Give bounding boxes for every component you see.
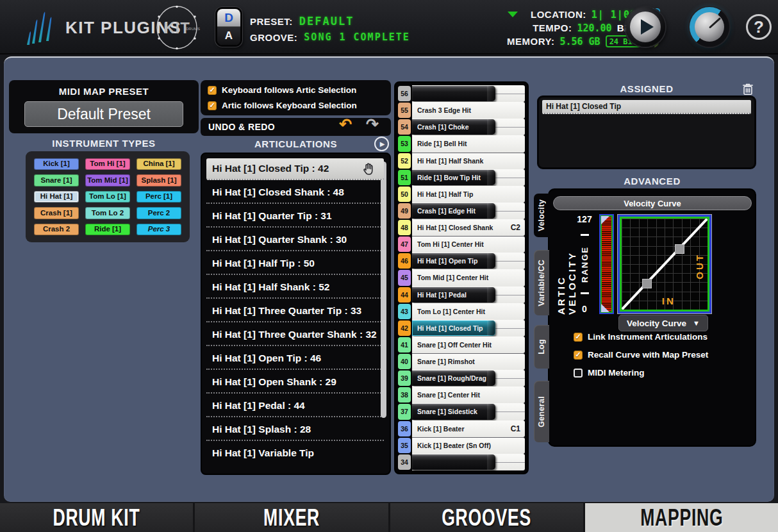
- key-number-badge[interactable]: 38: [398, 387, 411, 403]
- key-number-badge[interactable]: 49: [398, 203, 411, 219]
- articulation-item[interactable]: Hi Hat [1] Half Tip : 50: [206, 251, 384, 275]
- curve-handle[interactable]: [642, 279, 652, 288]
- key-49-crash-1-edge-hit[interactable]: Crash [1] Edge Hit: [412, 203, 525, 219]
- preset-value[interactable]: DEFAULT: [299, 15, 354, 28]
- instrument-button-perc-3[interactable]: Perc 3: [137, 224, 181, 235]
- articulation-item[interactable]: Hi Hat [1] Closed Shank : 48: [206, 180, 384, 204]
- advanced-option-recall-curve-with-map-preset[interactable]: ✓Recall Curve with Map Preset: [574, 350, 708, 360]
- tempo-value[interactable]: 120.00: [577, 22, 611, 34]
- key-36-kick-1-beater[interactable]: Kick [1] BeaterC1: [412, 420, 525, 437]
- articulation-item[interactable]: Hi Hat [1] Variable Tip: [206, 441, 384, 465]
- key-number-badge[interactable]: 52: [398, 153, 411, 169]
- instrument-button-splash-1[interactable]: Splash [1]: [137, 174, 181, 186]
- articulation-item[interactable]: Hi Hat [1] Open Tip : 46: [206, 346, 384, 370]
- tab-general[interactable]: General: [534, 381, 549, 442]
- articulation-item[interactable]: Hi Hat [1] Splash : 28: [206, 417, 384, 441]
- instrument-button-hi-hat-1[interactable]: Hi Hat [1]: [34, 191, 79, 203]
- help-button[interactable]: ?: [746, 14, 772, 40]
- articulation-item[interactable]: Hi Hat [1] Three Quarter Tip : 33: [206, 299, 384, 322]
- key-number-badge[interactable]: 39: [398, 370, 411, 386]
- assigned-articulation[interactable]: Hi Hat [1] Closed Tip: [542, 100, 751, 114]
- key-38-snare-1-center-hit[interactable]: Snare [1] Center Hit: [412, 387, 525, 403]
- tab-variable-cc[interactable]: Variable/CC: [534, 250, 549, 315]
- key-42-hi-hat-1-closed-tip[interactable]: Hi Hat [1] Closed Tip: [412, 320, 525, 337]
- key-number-badge[interactable]: 34: [398, 454, 411, 470]
- range-bottom-marker[interactable]: [601, 304, 609, 312]
- key-number-badge[interactable]: 40: [398, 354, 411, 369]
- advanced-option-midi-metering[interactable]: MIDI Metering: [574, 368, 708, 378]
- key-number-badge[interactable]: 51: [398, 170, 411, 185]
- checked-checkbox-icon[interactable]: ✓: [574, 351, 583, 360]
- key-35-kick-1-beater-sn-off[interactable]: Kick [1] Beater (Sn Off): [412, 437, 525, 454]
- key-number-badge[interactable]: 45: [398, 270, 411, 285]
- play-button[interactable]: [625, 7, 665, 47]
- key-number-badge[interactable]: 50: [398, 187, 411, 202]
- key-50-hi-hat-1-half-tip[interactable]: Hi Hat [1] Half Tip: [412, 186, 525, 203]
- key-number-badge[interactable]: 37: [398, 404, 411, 419]
- groove-value[interactable]: SONG 1 COMPLETE: [304, 31, 410, 43]
- instrument-button-tom-mid-1[interactable]: Tom Mid [1]: [85, 174, 130, 186]
- key-53-ride-1-bell-hit[interactable]: Ride [1] Bell Hit: [412, 135, 525, 152]
- key-40-snare-1-rimshot[interactable]: Snare [1] Rimshot: [412, 353, 525, 370]
- instrument-button-perc-1[interactable]: Perc [1]: [137, 191, 181, 203]
- instrument-button-crash-1[interactable]: Crash [1]: [34, 207, 79, 219]
- key-41-snare-1-off-center-hit[interactable]: Snare [1] Off Center Hit: [412, 337, 525, 353]
- key-43-tom-lo-1-center-hit[interactable]: Tom Lo [1] Center Hit: [412, 303, 525, 320]
- key-number-badge[interactable]: 46: [398, 253, 411, 269]
- articulation-item[interactable]: Hi Hat [1] Quarter Tip : 31: [206, 204, 384, 228]
- location-dropdown-icon[interactable]: [508, 12, 518, 17]
- key-number-badge[interactable]: 53: [398, 136, 411, 151]
- key-48-hi-hat-1-closed-shank[interactable]: Hi Hat [1] Closed ShankC2: [412, 219, 525, 236]
- key-number-badge[interactable]: 35: [398, 438, 411, 453]
- key-number-badge[interactable]: 55: [398, 103, 411, 118]
- articulation-item[interactable]: Hi Hat [1] Three Quarter Shank : 32: [206, 322, 384, 346]
- unchecked-checkbox-icon[interactable]: [574, 369, 583, 378]
- follow-option-keyboard-follows-artic-selection[interactable]: ✓Keyboard follows Artic Selection: [208, 85, 384, 95]
- key-number-badge[interactable]: 44: [398, 287, 411, 303]
- key-number-badge[interactable]: 43: [398, 304, 411, 319]
- instrument-button-snare-1[interactable]: Snare [1]: [34, 174, 79, 186]
- tab-drum-kit[interactable]: DRUM KIT: [0, 503, 193, 532]
- volume-knob[interactable]: [690, 7, 729, 47]
- checked-checkbox-icon[interactable]: ✓: [574, 333, 583, 342]
- articulations-expand-icon[interactable]: ▶: [374, 137, 389, 151]
- instrument-button-crash-2[interactable]: Crash 2: [34, 224, 79, 235]
- instrument-button-tom-lo-1[interactable]: Tom Lo [1]: [85, 191, 130, 203]
- tab-grooves[interactable]: GROOVES: [390, 503, 583, 532]
- instrument-button-perc-2[interactable]: Perc 2: [137, 207, 181, 219]
- key-44-hi-hat-1-pedal[interactable]: Hi Hat [1] Pedal: [412, 287, 525, 303]
- key-39-snare-1-rough-drag[interactable]: Snare [1] Rough/Drag: [412, 370, 525, 387]
- instrument-button-kick-1[interactable]: Kick [1]: [34, 158, 79, 170]
- key-number-badge[interactable]: 41: [398, 337, 411, 353]
- instrument-button-china-1[interactable]: China [1]: [137, 158, 181, 170]
- articulation-item-selected[interactable]: Hi Hat [1] Closed Tip : 42: [206, 158, 384, 180]
- velocity-range-slider[interactable]: [599, 214, 614, 314]
- key-55-crash-3-edge-hit[interactable]: Crash 3 Edge Hit: [412, 102, 525, 119]
- velocity-curve-dropdown[interactable]: Velocity Curve ▼: [618, 315, 708, 331]
- key-37-snare-1-sidestick[interactable]: Snare [1] Sidestick: [412, 403, 525, 420]
- tab-log[interactable]: Log: [534, 325, 549, 369]
- key-54-crash-1-choke[interactable]: Crash [1] Choke: [412, 119, 525, 135]
- midi-map-preset-selector[interactable]: Default Preset: [24, 101, 183, 127]
- key-number-badge[interactable]: 42: [398, 320, 411, 336]
- key-47-tom-hi-1-center-hit[interactable]: Tom Hi [1] Center Hit: [412, 236, 525, 253]
- curve-handle[interactable]: [675, 244, 684, 254]
- articulation-item[interactable]: Hi Hat [1] Open Shank : 29: [206, 370, 384, 394]
- articulations-scrollbar[interactable]: [381, 162, 386, 418]
- key-52-hi-hat-1-half-shank[interactable]: Hi Hat [1] Half Shank: [412, 153, 525, 169]
- articulation-item[interactable]: Hi Hat [1] Pedal : 44: [206, 394, 384, 417]
- velocity-curve-plot[interactable]: IN OUT: [622, 219, 708, 310]
- key-46-hi-hat-1-open-tip[interactable]: Hi Hat [1] Open Tip: [412, 253, 525, 269]
- da-toggle-analog[interactable]: A: [217, 27, 240, 45]
- key-45-tom-mid-1-center-hit[interactable]: Tom Mid [1] Center Hit: [412, 269, 525, 286]
- instrument-button-tom-lo-2[interactable]: Tom Lo 2: [85, 207, 130, 219]
- instrument-button-tom-hi-1[interactable]: Tom Hi [1]: [85, 158, 130, 170]
- velocity-curve-graph[interactable]: IN OUT: [617, 214, 712, 314]
- range-top-marker[interactable]: [601, 216, 609, 224]
- key-number-badge[interactable]: 47: [398, 237, 411, 252]
- da-toggle-digital[interactable]: D: [217, 9, 240, 27]
- instrument-button-ride-1[interactable]: Ride [1]: [85, 224, 130, 235]
- articulation-item[interactable]: Hi Hat [1] Half Shank : 52: [206, 275, 384, 299]
- key-56[interactable]: [412, 85, 525, 102]
- advanced-option-link-instrument-articulations[interactable]: ✓Link Instrument Articulations: [574, 332, 708, 342]
